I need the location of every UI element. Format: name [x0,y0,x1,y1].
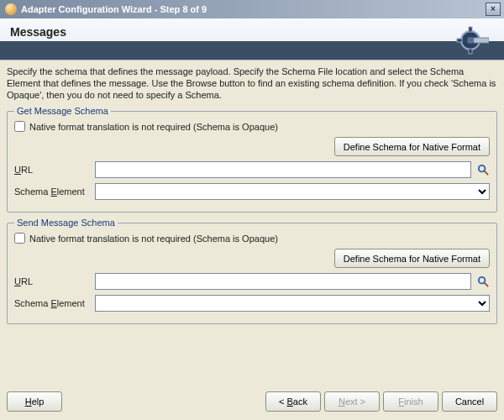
send-opaque-checkbox[interactable] [14,233,25,244]
get-element-label: Schema Element [14,186,90,197]
page-title: Messages [10,25,66,39]
get-url-browse-icon[interactable] [476,163,490,176]
send-element-label: Schema Element [14,298,90,308]
get-message-schema-group: Get Message Schema Native format transla… [7,106,497,213]
get-schema-legend: Get Message Schema [14,106,111,116]
window-title: Adapter Configuration Wizard - Step 8 of… [21,4,486,14]
cancel-button[interactable]: Cancel [442,391,497,412]
svg-point-7 [478,165,485,171]
svg-rect-6 [474,38,489,43]
send-define-schema-button[interactable]: Define Schema for Native Format [334,249,490,268]
get-schema-element-select[interactable] [95,183,490,200]
send-url-browse-icon[interactable] [476,275,490,288]
get-opaque-label: Native format translation is not require… [29,122,278,132]
finish-button[interactable]: Finish [383,391,438,412]
svg-rect-3 [457,39,462,42]
footer: Help < Back Next > Finish Cancel [7,391,497,412]
banner: Messages [0,18,504,60]
app-icon [5,3,17,15]
svg-rect-2 [469,49,472,54]
back-button[interactable]: < Back [265,391,321,412]
description-text: Specify the schema that defines the mess… [7,66,497,101]
get-url-input[interactable] [95,161,471,178]
send-schema-legend: Send Message Schema [14,218,118,228]
gear-icon [455,24,489,57]
svg-line-8 [484,171,488,175]
close-button[interactable]: × [486,3,501,16]
send-opaque-label: Native format translation is not require… [29,234,278,244]
titlebar: Adapter Configuration Wizard - Step 8 of… [0,0,504,18]
send-message-schema-group: Send Message Schema Native format transl… [7,218,497,324]
help-button[interactable]: Help [7,391,62,412]
send-url-input[interactable] [95,273,471,290]
svg-point-5 [467,37,474,44]
send-url-label: URL [14,276,90,286]
next-button[interactable]: Next > [324,391,380,412]
svg-rect-1 [469,27,472,32]
get-url-label: URL [14,165,90,175]
svg-line-10 [484,282,488,286]
get-define-schema-button[interactable]: Define Schema for Native Format [334,137,490,156]
svg-point-9 [478,276,485,283]
send-schema-element-select[interactable] [95,295,490,312]
get-opaque-checkbox[interactable] [14,121,25,132]
